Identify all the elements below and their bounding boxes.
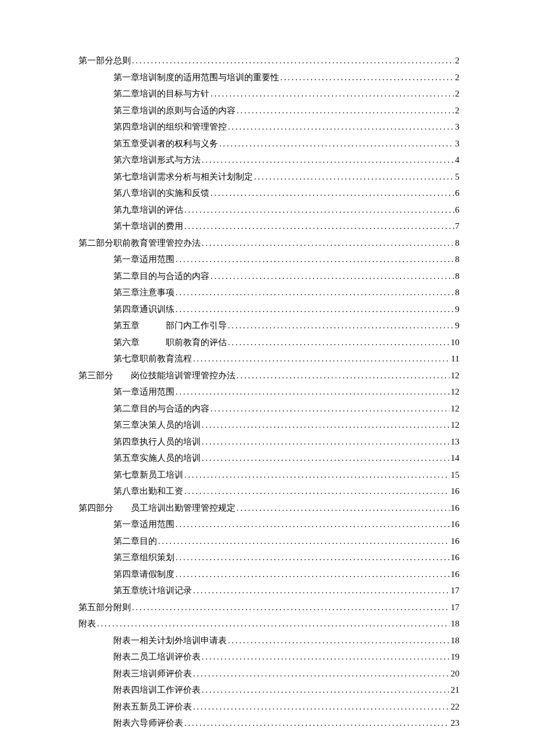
toc-entry: 第九章培训的评估6: [113, 205, 459, 216]
toc-entry: 第二章目的与合适的内容8: [113, 271, 459, 282]
toc-leader-dots: [202, 653, 450, 662]
toc-entry-title: 出勤和工资: [140, 486, 183, 496]
toc-leader-dots: [176, 553, 450, 562]
toc-entry-prefix: 第一章: [113, 519, 140, 529]
toc-leader-dots: [184, 471, 450, 480]
toc-entry-page: 12: [451, 420, 459, 430]
toc-leader-dots: [202, 156, 454, 165]
toc-entry-page: 20: [451, 669, 459, 679]
toc-entry: 第四章请假制度16: [113, 569, 459, 580]
toc-entry-title: 职前教育流程: [140, 354, 192, 363]
toc-entry-prefix: 第五部分: [79, 603, 113, 612]
toc-entry-title: 培训制度的适用范围与培训的重要性: [140, 73, 279, 82]
toc-entry-label: 附表: [79, 618, 96, 629]
toc-entry: 附表一相关计划外培训申请表18: [113, 635, 459, 646]
toc-entry-prefix: 第一部分: [79, 56, 113, 65]
toc-entry-prefix: 第七章: [113, 470, 140, 479]
toc-entry-prefix: 第五章: [113, 139, 140, 148]
toc-entry-prefix: 第五章: [113, 586, 140, 595]
toc-entry-page: 2: [455, 73, 460, 83]
toc-entry: 第四章通识训练9: [113, 304, 459, 315]
toc-entry-prefix: 第六章: [113, 155, 140, 164]
toc-entry-prefix: 第五章: [113, 321, 140, 330]
toc-leader-dots: [158, 537, 450, 546]
toc-entry-title: 目的: [140, 536, 157, 546]
toc-entry-page: 2: [455, 56, 460, 66]
toc-entry-page: 19: [451, 652, 459, 662]
toc-entry: 第五章 部门内工作引导9: [113, 320, 459, 331]
toc-leader-dots: [132, 603, 450, 612]
toc-entry-title: 适用范围: [140, 255, 174, 264]
toc-entry: 第六章培训形式与方法4: [113, 155, 459, 166]
toc-entry-label: 第六章 职前教育的评估: [113, 337, 227, 348]
toc-entry-prefix: 第六章: [113, 338, 140, 347]
toc-entry-label: 第三章注意事项: [113, 287, 174, 298]
toc-entry-page: 9: [455, 321, 460, 331]
toc-entry-label: 附表四培训工作评价表: [113, 685, 201, 696]
toc-entry-title: 通识训练: [140, 304, 174, 314]
toc-entry-title: 统计培训记录: [140, 586, 192, 595]
toc-entry-prefix: 第三章: [113, 106, 140, 115]
toc-entry-label: 第七章职前教育流程: [113, 353, 192, 364]
toc-entry-prefix: 第二章: [113, 271, 140, 281]
toc-entry-prefix: 第七章: [113, 172, 140, 181]
toc-entry-label: 第四部分 员工培训出勤管理管控规定: [79, 503, 236, 514]
toc-entry-page: 8: [455, 271, 460, 281]
toc-entry: 第七章新员工培训15: [113, 470, 459, 481]
toc-entry-title: 培训师评价表: [140, 669, 192, 678]
toc-entry-label: 第七章培训需求分析与相关计划制定: [113, 171, 253, 182]
toc-entry: 第一章培训制度的适用范围与培训的重要性2: [113, 72, 459, 83]
toc-entry-label: 第九章培训的评估: [113, 205, 183, 216]
toc-entry-label: 第四章通识训练: [113, 304, 174, 315]
toc-entry-page: 3: [455, 139, 460, 149]
toc-entry-page: 9: [455, 304, 460, 314]
toc-entry-gap: [113, 503, 131, 513]
toc-entry-prefix: 附表三: [113, 669, 140, 678]
toc-entry-label: 附表一相关计划外培训申请表: [113, 635, 227, 646]
toc-entry-prefix: 第四章: [113, 122, 140, 131]
toc-entry-label: 第一章适用范围: [113, 254, 174, 265]
toc-entry-label: 第二章目的与合适的内容: [113, 271, 209, 282]
toc-leader-dots: [254, 173, 454, 182]
toc-entry-prefix: 第四章: [113, 437, 140, 446]
toc-entry: 第八章培训的实施和反馈6: [113, 188, 459, 199]
toc-entry-label: 第五章实施人员的培训: [113, 453, 201, 464]
toc-entry: 第四章培训的组织和管理管控3: [113, 121, 459, 132]
toc-entry-prefix: 附表二: [113, 652, 140, 661]
toc-entry-page: 8: [455, 255, 460, 264]
toc-entry-gap: [113, 371, 131, 381]
toc-entry-label: 第二章目的: [113, 536, 157, 547]
toc-entry-label: 第三章组织策划: [113, 552, 174, 563]
toc-entry-prefix: 第四章: [113, 569, 140, 579]
toc-entry: 第四部分 员工培训出勤管理管控规定16: [79, 503, 459, 514]
toc-entry-prefix: 附表: [79, 619, 96, 628]
toc-entry-page: 14: [451, 453, 459, 463]
toc-leader-dots: [211, 272, 454, 281]
toc-leader-dots: [132, 56, 454, 66]
toc-leader-dots: [237, 106, 454, 116]
toc-entry-prefix: 第四部分: [79, 503, 113, 513]
toc-entry-page: 4: [455, 155, 460, 165]
toc-entry-prefix: 第二章: [113, 404, 140, 413]
toc-entry-prefix: 第三部分: [79, 371, 113, 380]
toc-entry-label: 第四章执行人员的培训: [113, 436, 201, 447]
toc-leader-dots: [184, 487, 450, 496]
toc-entry-label: 第二章培训的目标与方针: [113, 88, 209, 99]
toc-entry-label: 第十章培训的费用: [113, 221, 183, 232]
toc-leader-dots: [228, 321, 454, 331]
toc-leader-dots: [228, 123, 454, 132]
toc-entry-page: 15: [451, 470, 459, 480]
toc-entry-title: 新员工培训: [140, 470, 183, 479]
toc-leader-dots: [193, 703, 450, 712]
toc-entry-label: 第七章新员工培训: [113, 470, 183, 481]
toc-entry-title: 目的与合适的内容: [140, 271, 209, 281]
toc-entry-title: 培训的评估: [140, 205, 183, 214]
toc-entry: 第三部分 岗位技能培训管理管控办法12: [79, 370, 459, 381]
toc-entry-label: 第二部分职前教育管理管控办法: [79, 238, 201, 249]
toc-entry-title: 培训的实施和反馈: [140, 188, 209, 198]
toc-entry: 第一部分总则2: [79, 55, 459, 66]
toc-leader-dots: [202, 438, 450, 447]
toc-entry-prefix: 第四章: [113, 304, 140, 314]
toc-entry-label: 第三部分 岗位技能培训管理管控办法: [79, 370, 236, 381]
toc-entry-label: 第八章培训的实施和反馈: [113, 188, 209, 199]
